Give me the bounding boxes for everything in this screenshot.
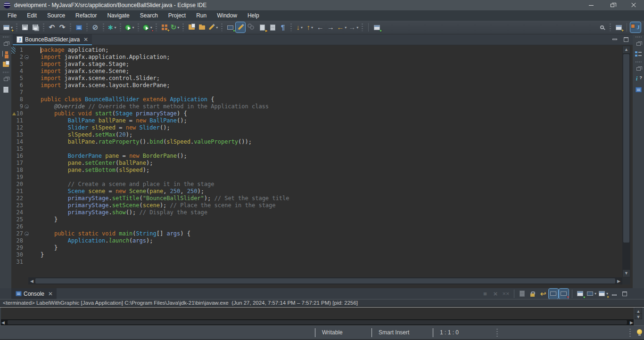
minimize-console-button[interactable]	[610, 289, 619, 299]
close-window-button[interactable]	[623, 0, 644, 10]
restore-left-bottom-view-button[interactable]	[0, 74, 11, 84]
open-perspective-button[interactable]: +	[614, 22, 623, 32]
next-annotation-button[interactable]: ↓▾	[295, 22, 304, 32]
fold-collapse-icon[interactable]	[25, 232, 29, 236]
new-java-class-button[interactable]: ↻▾	[170, 22, 180, 32]
scroll-right-arrow[interactable]: ▶	[616, 278, 622, 284]
problems-view-button[interactable]	[0, 84, 11, 95]
code-line: }	[41, 244, 58, 251]
minimize-window-button[interactable]	[580, 0, 602, 10]
package-explorer-view-button[interactable]	[0, 59, 11, 70]
open-console-button[interactable]: +▾	[598, 289, 609, 299]
editor-horizontal-scrollbar[interactable]: ◀ ▶	[28, 277, 622, 284]
menu-source[interactable]: Source	[42, 11, 70, 20]
menu-project[interactable]: Project	[163, 11, 191, 20]
menu-edit[interactable]: Edit	[22, 11, 42, 20]
remove-launch-button[interactable]: ×	[491, 289, 500, 299]
console-vertical-scrollbar[interactable]: ▲ ▼	[635, 308, 642, 319]
terminal-button[interactable]	[74, 22, 83, 32]
console-horizontal-scrollbar[interactable]: ◀ ▶	[1, 319, 634, 325]
menu-navigate[interactable]: Navigate	[102, 11, 134, 20]
console-scroll-left-arrow[interactable]: ◀	[1, 319, 5, 326]
code-editor[interactable]: 1234567891011121314151617181920212223242…	[11, 46, 622, 277]
minimize-editor-button[interactable]	[612, 39, 617, 40]
skip-all-breakpoints-button[interactable]: ⊘	[91, 22, 100, 32]
line-number: 12	[17, 124, 23, 131]
run-last-tool-button[interactable]: ●	[225, 22, 235, 32]
terminate-button[interactable]: ■	[480, 289, 490, 299]
previous-edit-location-button[interactable]: ←	[315, 22, 325, 32]
fold-collapse-icon[interactable]	[25, 55, 29, 59]
restore-left-view-button[interactable]	[0, 39, 11, 49]
remove-all-terminated-button[interactable]: ××	[501, 289, 511, 299]
type-hierarchy-view-button[interactable]	[0, 49, 11, 59]
scroll-left-arrow[interactable]: ◀	[29, 278, 35, 284]
mark-occurrences-toggle[interactable]	[236, 22, 245, 32]
restore-window-button[interactable]	[602, 0, 623, 10]
scroll-lock-toggle[interactable]	[528, 289, 537, 299]
console-scroll-down-arrow[interactable]: ▼	[635, 314, 642, 319]
back-button[interactable]: ←▾	[336, 22, 347, 32]
new-java-project-button[interactable]: +	[160, 22, 169, 32]
restore-right-view-button[interactable]	[633, 39, 644, 49]
outline-view-button[interactable]	[633, 49, 644, 59]
console-scroll-up-arrow[interactable]: ▲	[635, 308, 642, 313]
clear-console-button[interactable]	[518, 289, 527, 299]
word-wrap-toggle[interactable]: ↩	[538, 289, 548, 299]
search-button[interactable]	[597, 22, 607, 32]
open-type-button[interactable]: ▸	[257, 22, 267, 32]
code-text[interactable]: package application;import javafx.applic…	[41, 47, 622, 277]
notification-bulb-icon[interactable]	[637, 329, 642, 334]
maximize-console-button[interactable]	[620, 289, 629, 299]
new-wizard-button[interactable]: +▾	[2, 22, 13, 32]
forward-button[interactable]: →▾	[348, 22, 359, 32]
right-view-rail	[633, 34, 644, 288]
scroll-up-arrow[interactable]: ▲	[623, 46, 630, 53]
editor-vertical-scrollbar[interactable]: ▲ ▼	[622, 46, 630, 277]
menu-run[interactable]: Run	[191, 11, 212, 20]
editor-tab-bounceballslider[interactable]: BounceBallSlider.java ✕	[13, 34, 92, 45]
show-whitespace-toggle[interactable]: ¶	[278, 22, 288, 32]
console-output[interactable]	[1, 308, 634, 319]
help-view-button[interactable]	[633, 74, 644, 84]
horizontal-scroll-thumb[interactable]	[35, 278, 615, 283]
fold-collapse-icon[interactable]	[25, 105, 29, 109]
close-tab-icon[interactable]: ✕	[83, 37, 88, 42]
next-edit-location-button[interactable]: →	[326, 22, 335, 32]
menu-refactor[interactable]: Refactor	[70, 11, 102, 20]
java-perspective-button[interactable]	[630, 22, 641, 32]
restore-right-bottom-view-button[interactable]	[633, 64, 644, 74]
task-list-view-button[interactable]	[633, 84, 644, 95]
debug-button[interactable]: ∗▾	[107, 22, 117, 32]
console-tab[interactable]: Console ✕	[11, 288, 57, 299]
insert-mode-status[interactable]: Smart Insert	[379, 329, 409, 336]
menu-file[interactable]: File	[2, 11, 22, 20]
pin-editor-button[interactable]: ●	[372, 22, 381, 32]
console-scroll-right-arrow[interactable]: ▶	[630, 319, 633, 326]
export-button[interactable]	[197, 22, 206, 32]
save-all-button[interactable]	[31, 22, 40, 32]
menu-search[interactable]: Search	[135, 11, 163, 20]
line-number: 9	[20, 103, 23, 110]
coverage-button[interactable]: ▪▾	[142, 22, 153, 32]
show-selected-element-button[interactable]	[268, 22, 277, 32]
show-on-stdout-toggle[interactable]	[549, 289, 558, 299]
vertical-scroll-thumb[interactable]	[623, 54, 629, 243]
open-task-button[interactable]: ▾	[207, 22, 218, 32]
scroll-down-arrow[interactable]: ▼	[623, 270, 630, 277]
show-source-button[interactable]	[246, 22, 256, 32]
display-console-button[interactable]: ▾	[586, 289, 597, 299]
close-console-tab-icon[interactable]: ✕	[48, 291, 53, 297]
maximize-editor-button[interactable]	[624, 37, 628, 42]
previous-annotation-button[interactable]: ↑▾	[305, 22, 314, 32]
show-on-stderr-toggle[interactable]: ×	[559, 289, 569, 299]
undo-button[interactable]: ↶	[47, 22, 57, 32]
pin-console-toggle[interactable]: ●	[576, 289, 585, 299]
import-button[interactable]	[187, 22, 196, 32]
menu-help[interactable]: Help	[242, 11, 264, 20]
console-horizontal-scroll-thumb[interactable]	[8, 320, 627, 324]
redo-button[interactable]: ↷	[58, 22, 67, 32]
run-button[interactable]: ▾	[124, 22, 135, 32]
menu-window[interactable]: Window	[212, 11, 242, 20]
save-button[interactable]	[20, 22, 30, 32]
